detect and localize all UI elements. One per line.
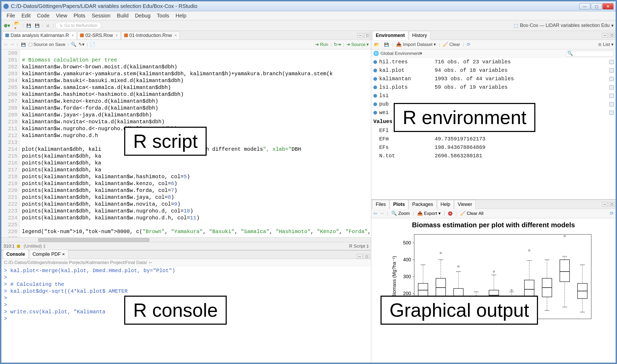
file-type[interactable]: R Script ‡ — [349, 244, 369, 249]
source-button[interactable]: ➔ Source ▾ — [346, 42, 369, 47]
grid-icon[interactable] — [609, 77, 614, 81]
rnw-file-icon — [124, 34, 128, 37]
load-workspace-button[interactable]: 📂 — [373, 41, 380, 48]
go-to-function-input[interactable]: ↳ Go to file/function — [55, 22, 101, 29]
source-tab[interactable]: 02-SRS.Rnw× — [77, 31, 120, 39]
zoom-button[interactable]: 🔍 Zoom — [391, 211, 410, 216]
pane-maximize-icon[interactable]: ▢ — [364, 254, 369, 259]
plot-title: Biomass estimation per plot with differe… — [377, 221, 610, 229]
tab-plots[interactable]: Plots — [390, 200, 408, 209]
grid-icon[interactable] — [609, 102, 614, 106]
back-arrow-icon[interactable]: ⇦ — [3, 42, 8, 47]
data-bullet-icon — [373, 60, 377, 64]
console-tabs: Console Compile PDF × — ▢ — [1, 250, 371, 259]
source-tab[interactable]: 01-Introduction.Rnw× — [121, 31, 180, 39]
rerun-button[interactable]: ↻➔ — [334, 42, 341, 47]
env-data-row[interactable]: kal.plot94 obs. of 18 variables — [371, 66, 616, 75]
globe-icon: 🌐 — [373, 51, 379, 56]
close-button[interactable]: ✕ — [602, 3, 614, 10]
run-button[interactable]: ➔ Run — [315, 42, 328, 47]
refresh-env-icon[interactable]: ⟳ — [467, 42, 470, 47]
forward-arrow-icon[interactable]: ⇨ — [10, 42, 15, 47]
grid-icon[interactable] — [609, 68, 614, 73]
save-all-button[interactable]: 💾 — [34, 22, 40, 29]
tab-help[interactable]: Help — [437, 200, 454, 209]
tab-compile-pdf[interactable]: Compile PDF × — [29, 250, 68, 259]
minimize-button[interactable]: — — [579, 3, 590, 10]
path-arrow-icon[interactable]: ➳ — [149, 260, 152, 265]
plot-prev-icon[interactable]: ⇦ — [373, 211, 377, 216]
horizontal-scrollbar[interactable] — [1, 237, 371, 242]
search-input[interactable]: 🔍 — [566, 51, 614, 56]
svg-text:500: 500 — [403, 240, 411, 245]
close-icon[interactable]: × — [62, 252, 65, 257]
document-name[interactable]: (Untitled) ‡ — [24, 244, 46, 249]
menu-view[interactable]: View — [53, 12, 70, 20]
import-dataset-button[interactable]: 📥 Import Dataset ▾ — [396, 42, 436, 47]
svg-rect-69 — [560, 260, 570, 282]
save-source-button[interactable]: 💾 — [20, 41, 27, 48]
env-value-row[interactable]: EFm49.7359197162173 — [371, 135, 616, 143]
pane-minimize-icon[interactable]: — — [602, 202, 608, 207]
refresh-plots-icon[interactable]: ⟳ — [610, 211, 614, 216]
tab-files[interactable]: Files — [372, 200, 389, 209]
env-value-row[interactable]: EFs198.943678864869 — [371, 143, 616, 152]
open-file-button[interactable]: 📂▾ — [14, 22, 21, 29]
tab-console[interactable]: Console — [3, 250, 29, 259]
annotation-r-environment: R environment — [394, 103, 535, 132]
notebook-icon[interactable]: 📄 — [90, 42, 95, 47]
source-on-save-checkbox[interactable]: Source on Save — [29, 42, 65, 47]
tab-packages[interactable]: Packages — [409, 200, 437, 209]
tab-viewer[interactable]: Viewer — [454, 200, 476, 209]
tab-environment[interactable]: Environment — [372, 31, 408, 40]
environment-scope[interactable]: 🌐 Global Environment ▾ 🔍 — [371, 49, 616, 58]
project-selector[interactable]: ⬚ Box-Cox — LiDAR variables selection Ed… — [514, 23, 614, 29]
pane-minimize-icon[interactable]: — — [357, 254, 363, 259]
clear-all-plots-button[interactable]: 🧹 Clear All — [460, 211, 484, 216]
pane-maximize-icon[interactable]: ▢ — [364, 33, 370, 38]
grid-icon[interactable] — [609, 111, 614, 115]
env-data-row[interactable]: lsi.plots59 obs. of 19 variables — [371, 83, 616, 92]
menu-code[interactable]: Code — [34, 12, 52, 20]
menu-session[interactable]: Session — [89, 12, 113, 20]
grid-icon[interactable] — [609, 94, 614, 98]
tab-history[interactable]: History — [409, 31, 430, 40]
close-icon[interactable]: × — [175, 33, 177, 37]
rnw-file-icon — [80, 34, 84, 37]
menu-tools[interactable]: Tools — [154, 12, 172, 20]
remove-plot-button[interactable]: ✕ — [448, 211, 452, 216]
clear-env-button[interactable]: 🧹 Clear — [443, 42, 460, 47]
grid-icon[interactable] — [609, 60, 614, 64]
pane-maximize-icon[interactable]: ▢ — [609, 202, 615, 207]
find-icon[interactable]: 🔍 — [71, 42, 76, 47]
data-bullet-icon — [373, 69, 377, 72]
close-icon[interactable]: × — [72, 33, 74, 37]
grid-icon[interactable] — [609, 85, 614, 89]
source-tab[interactable]: Data analysis Kalimantan.R× — [2, 31, 77, 39]
plot-next-icon[interactable]: ⇨ — [380, 211, 384, 216]
export-button[interactable]: 📤 Export ▾ — [417, 211, 441, 216]
wand-icon[interactable]: ✎▾ — [78, 42, 85, 47]
annotation-graphical-output: Graphical output — [381, 296, 538, 325]
new-file-button[interactable]: ⊕▾ — [3, 22, 10, 29]
svg-text:400: 400 — [403, 257, 411, 262]
menu-plots[interactable]: Plots — [71, 12, 88, 20]
menu-help[interactable]: Help — [173, 12, 189, 20]
menu-debug[interactable]: Debug — [132, 12, 153, 20]
save-button[interactable]: 💾 — [25, 22, 32, 29]
list-view-toggle[interactable]: ≣ List ▾ — [598, 42, 614, 47]
env-value-row[interactable]: N.tot2696.5863280181 — [371, 152, 616, 160]
print-button[interactable]: 🖨 — [44, 22, 51, 29]
close-icon[interactable]: × — [115, 33, 118, 37]
pane-minimize-icon[interactable]: — — [357, 33, 363, 38]
menu-file[interactable]: File — [4, 12, 18, 20]
pane-maximize-icon[interactable]: ▢ — [609, 33, 615, 38]
env-data-row[interactable]: lsi — [371, 92, 616, 100]
pane-minimize-icon[interactable]: — — [602, 33, 608, 38]
menu-build[interactable]: Build — [114, 12, 131, 20]
env-data-row[interactable]: hil.trees716 obs. of 23 variables — [371, 58, 616, 66]
menu-edit[interactable]: Edit — [19, 12, 33, 20]
save-workspace-button[interactable]: 💾 — [383, 41, 390, 48]
env-data-row[interactable]: kalimantan1993 obs. of 44 variables — [371, 75, 616, 83]
maximize-button[interactable]: ▢ — [591, 3, 602, 10]
